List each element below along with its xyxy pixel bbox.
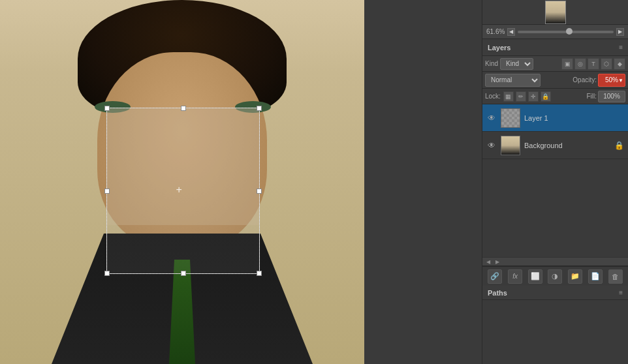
document-thumbnail [545,1,566,24]
lock-icons-group: ▦ ✏ ✛ 🔒 [503,91,551,102]
collapse-arrow-group: ◀ ▶ [486,259,499,265]
blend-mode-dropdown[interactable]: Normal Multiply Screen Overlay Soft Ligh… [485,74,541,87]
canvas-image [0,0,364,364]
panels-collapse-bar[interactable]: ◀ ▶ [482,257,628,266]
zoom-decrease-btn[interactable]: ◀ [507,28,515,36]
fill-input[interactable]: 100% [598,91,625,102]
handle-bottom-right[interactable] [257,271,262,276]
handle-middle-right[interactable] [257,189,262,194]
layers-panel-title: Layers [488,44,510,52]
filter-smart-icon[interactable]: ◆ [614,58,625,70]
background-lock-icon: 🔒 [614,141,624,150]
zoom-bar: 61.6% ◀ ▶ [482,25,628,39]
transform-selection-box[interactable] [106,108,260,274]
paths-panel-title: Paths [488,289,507,297]
adjustment-layer-btn[interactable]: ◑ [548,269,562,284]
thumbnail-preview [546,1,565,23]
lock-row: Lock: ▦ ✏ ✛ 🔒 Fill: 100% [482,89,628,104]
lock-transparent-btn[interactable]: ▦ [503,91,514,102]
zoom-slider-track[interactable] [518,31,614,33]
handle-bottom-left[interactable] [104,271,110,276]
layers-toolbar: 🔗 fx ⬜ ◑ 📁 📄 🗑 [482,266,628,286]
filter-adjustment-icon[interactable]: ◎ [574,58,586,70]
add-mask-btn[interactable]: ⬜ [528,269,542,284]
filter-kind-label: Kind [485,60,498,67]
handle-bottom-middle[interactable] [181,271,186,276]
paths-panel-menu-btn[interactable]: ≡ [619,289,623,296]
opacity-arrow-icon: ▼ [618,77,623,83]
zoom-slider-thumb[interactable] [566,28,573,35]
background-thumb-preview [501,136,520,155]
opacity-group: Opacity: 50% ▼ [573,74,625,87]
filter-type-icon[interactable]: T [588,58,599,70]
canvas-area [0,0,482,364]
lock-paint-btn[interactable]: ✏ [516,91,526,102]
group-layers-btn[interactable]: 📁 [568,269,582,284]
layers-panel-menu-btn[interactable]: ≡ [619,44,623,51]
right-panel: 61.6% ◀ ▶ Layers ≡ Kind Kind ▣ ◎ T [482,0,628,364]
opacity-value: 50% [605,76,618,83]
handle-top-middle[interactable] [181,106,186,111]
zoom-increase-controls: ▶ [616,28,624,36]
handle-middle-left[interactable] [104,189,110,194]
layer1-name: Layer 1 [524,114,624,122]
fill-label: Fill: [586,93,597,100]
layer-item-background[interactable]: 👁 Background 🔒 [482,132,628,159]
layer-item-layer1[interactable]: 👁 Layer 1 [482,104,628,132]
handle-top-left[interactable] [104,106,110,111]
fill-value: 100% [603,93,620,100]
thumbnail-strip [482,0,628,25]
paths-panel-header: Paths ≡ [482,286,628,300]
transform-center-crosshair [179,187,188,196]
opacity-label: Opacity: [573,76,597,83]
background-thumbnail [501,136,520,155]
collapse-right-arrow: ▶ [495,259,499,265]
zoom-controls: ◀ [507,28,515,36]
blend-opacity-row: Normal Multiply Screen Overlay Soft Ligh… [482,72,628,89]
handle-top-right[interactable] [257,106,262,111]
fill-group: Fill: 100% [586,91,625,102]
filter-kind-dropdown[interactable]: Kind [500,58,533,70]
layers-list: 👁 Layer 1 👁 Background 🔒 [482,104,628,257]
layer1-thumbnail [501,108,520,128]
layer1-thumb-preview [501,109,520,127]
layer-style-btn[interactable]: fx [508,269,522,284]
layers-panel: Layers ≡ Kind Kind ▣ ◎ T ⬡ ◆ Normal Mult… [482,39,628,286]
layer1-visibility-toggle[interactable]: 👁 [486,113,497,123]
layers-panel-header: Layers ≡ [482,39,628,56]
filter-icon-group: ▣ ◎ T ⬡ ◆ [561,58,625,70]
paths-content-area [482,300,628,364]
filter-pixel-icon[interactable]: ▣ [561,58,573,70]
lock-all-btn[interactable]: 🔒 [541,91,551,102]
opacity-input[interactable]: 50% ▼ [598,74,625,87]
portrait [0,0,364,364]
collapse-left-arrow: ◀ [486,259,490,265]
background-layer-name: Background [524,142,610,149]
zoom-percentage: 61.6% [486,28,505,35]
lock-label: Lock: [485,93,501,100]
zoom-increase-btn[interactable]: ▶ [616,28,624,36]
lock-move-btn[interactable]: ✛ [528,91,539,102]
layers-filter-bar: Kind Kind ▣ ◎ T ⬡ ◆ [482,56,628,72]
link-layers-btn[interactable]: 🔗 [488,269,502,284]
new-layer-btn[interactable]: 📄 [588,269,603,284]
delete-layer-btn[interactable]: 🗑 [608,269,623,284]
paths-panel: Paths ≡ [482,286,628,364]
filter-shape-icon[interactable]: ⬡ [601,58,612,70]
background-visibility-toggle[interactable]: 👁 [486,140,497,151]
